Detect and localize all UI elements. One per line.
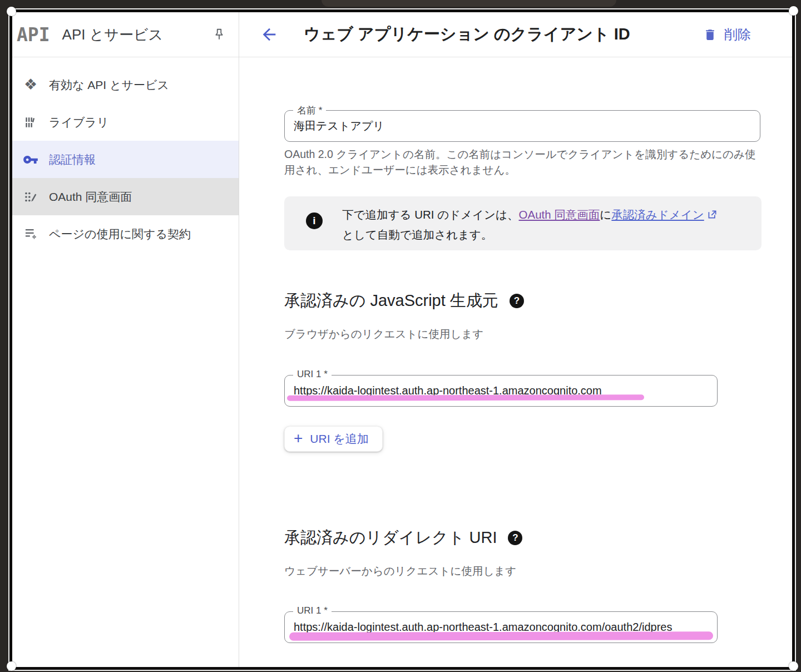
trash-icon: [703, 27, 717, 43]
info-note-text: 下で追加する URI のドメインは、OAuth 同意画面に承認済みドメイン とし…: [342, 205, 718, 244]
main-panel: ウェブ アプリケーション のクライアント ID 削除 名前 * OAuth 2.…: [239, 12, 792, 667]
redirect-uri-label: URI 1 *: [293, 605, 332, 616]
selection-handle[interactable]: [7, 661, 16, 671]
sidebar-title: API とサービス: [62, 25, 210, 45]
info-note: i 下で追加する URI のドメインは、OAuth 同意画面に承認済みドメイン …: [284, 196, 762, 250]
selection-handle[interactable]: [789, 6, 798, 16]
js-origins-heading: 承認済みの JavaScript 生成元 ?: [284, 290, 524, 312]
help-icon[interactable]: ?: [508, 531, 522, 545]
plus-icon: +: [294, 431, 303, 446]
consent-screen-icon: [12, 190, 49, 204]
authorized-domains-link[interactable]: 承認済みドメイン: [611, 208, 704, 221]
sidebar-item-enabled-apis[interactable]: ❖ 有効な API とサービス: [12, 66, 239, 103]
background-toolbar-tab: [322, 0, 616, 7]
redirect-uris-subtext: ウェブサーバーからのリクエストに使用します: [284, 564, 516, 579]
selection-handle[interactable]: [7, 7, 16, 16]
sidebar-item-page-usage-agreement[interactable]: ページの使用に関する契約: [12, 215, 239, 253]
sidebar-item-oauth-consent[interactable]: OAuth 同意画面: [12, 178, 239, 215]
sidebar-nav: ❖ 有効な API とサービス ライブラリ: [12, 57, 239, 253]
key-icon: [12, 152, 49, 167]
pink-highlight-annotation: [287, 394, 644, 401]
info-icon: i: [306, 213, 323, 229]
js-origins-subtext: ブラウザからのリクエストに使用します: [284, 327, 483, 342]
help-icon[interactable]: ?: [510, 294, 524, 308]
page-usage-agreement-icon: [12, 226, 49, 241]
apps-diamond-icon: ❖: [12, 77, 49, 92]
js-origin-uri-field: URI 1 *: [284, 375, 718, 407]
selection-handle[interactable]: [789, 661, 798, 671]
pink-highlight-annotation: [289, 631, 713, 641]
screenshot-selection-frame: API API とサービス ❖ 有効な API とサービス: [9, 9, 795, 670]
page-header: ウェブ アプリケーション のクライアント ID 削除: [239, 12, 792, 57]
sidebar-item-credentials[interactable]: 認証情報: [12, 141, 239, 178]
client-name-input[interactable]: [285, 111, 760, 141]
client-name-field: 名前 *: [284, 110, 760, 142]
oauth-consent-link[interactable]: OAuth 同意画面: [519, 208, 600, 221]
sidebar-item-library[interactable]: ライブラリ: [12, 103, 239, 141]
client-name-helper: OAuth 2.0 クライアントの名前。この名前はコンソールでクライアントを識別…: [284, 146, 760, 177]
library-icon: [12, 115, 49, 130]
api-logo: API: [17, 24, 50, 46]
sidebar: API API とサービス ❖ 有効な API とサービス: [12, 12, 239, 667]
delete-button[interactable]: 削除: [703, 26, 751, 43]
js-origin-uri-label: URI 1 *: [293, 369, 332, 380]
pin-icon[interactable]: [210, 25, 229, 44]
page-title: ウェブ アプリケーション のクライアント ID: [304, 23, 703, 46]
back-arrow-icon[interactable]: [258, 23, 280, 46]
client-name-label: 名前 *: [293, 104, 326, 117]
sidebar-header: API API とサービス: [12, 12, 239, 57]
redirect-uris-heading: 承認済みのリダイレクト URI ?: [284, 527, 522, 549]
form-area: 名前 * OAuth 2.0 クライアントの名前。この名前はコンソールでクライア…: [239, 57, 792, 667]
add-uri-button[interactable]: + URI を追加: [284, 426, 383, 452]
delete-label: 削除: [724, 26, 751, 43]
external-link-icon: [706, 207, 718, 225]
js-origin-uri-input[interactable]: [285, 375, 717, 406]
